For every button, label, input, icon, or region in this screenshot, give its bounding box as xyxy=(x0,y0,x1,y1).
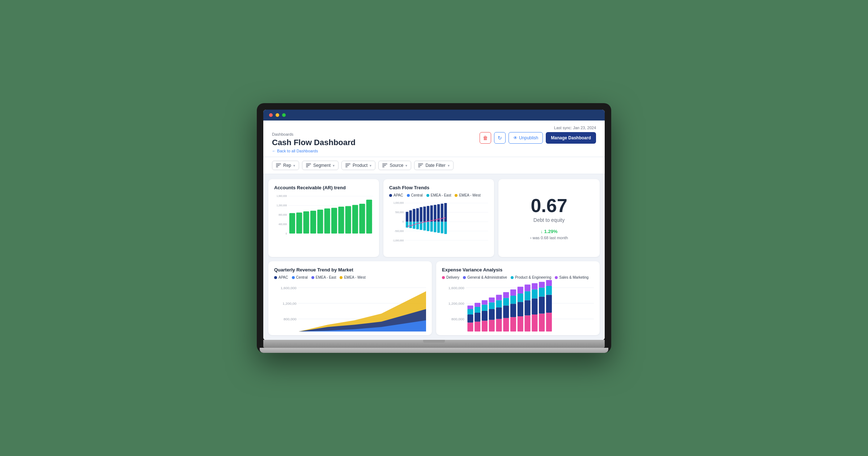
chevron-down-icon: ▾ xyxy=(293,164,295,168)
svg-rect-42 xyxy=(423,207,426,222)
filter-source-label: Source xyxy=(390,163,403,168)
svg-rect-116 xyxy=(546,295,552,313)
e-dot-ga xyxy=(463,276,466,279)
svg-text:0: 0 xyxy=(403,220,404,223)
svg-rect-79 xyxy=(482,321,488,332)
delete-button[interactable]: 🗑 xyxy=(480,132,491,144)
screen: Last sync: Jan 23, 2024 Dashboards Cash … xyxy=(263,110,605,340)
svg-rect-94 xyxy=(503,292,509,298)
dot-yellow[interactable] xyxy=(276,113,279,117)
dot-red[interactable] xyxy=(269,113,273,117)
svg-rect-76 xyxy=(475,313,480,322)
svg-rect-12 xyxy=(303,211,309,233)
svg-rect-55 xyxy=(444,222,447,234)
svg-rect-115 xyxy=(546,313,552,332)
manage-dashboard-button[interactable]: Manage Dashboard xyxy=(546,132,596,144)
e-label-pe: Product & Engineering xyxy=(515,275,551,279)
filter-date-label: Date Filter xyxy=(425,163,445,168)
svg-rect-78 xyxy=(475,303,480,307)
svg-rect-114 xyxy=(539,282,545,288)
legend-emea-east: EMEA - East xyxy=(426,193,451,197)
q-label-emea-east: EMEA - East xyxy=(316,275,336,279)
refresh-icon: ↻ xyxy=(498,135,502,141)
filter-product-label: Product xyxy=(353,163,367,168)
svg-rect-37 xyxy=(413,222,415,229)
ar-chart-title: Accounts Receivable (AR) trend xyxy=(274,185,373,190)
svg-rect-98 xyxy=(510,290,516,296)
q-dot-apac xyxy=(274,276,277,279)
svg-text:1,000,000: 1,000,000 xyxy=(393,202,404,204)
quarterly-legend: APAC Central EMEA - East xyxy=(274,275,426,279)
svg-rect-74 xyxy=(467,305,473,309)
titlebar xyxy=(263,110,605,121)
quarterly-chart: 1,600,000 1,200,00 800,000 xyxy=(274,282,426,329)
svg-rect-44 xyxy=(427,206,429,222)
unpublish-button[interactable]: 👁 Unpublish xyxy=(509,132,543,144)
filter-source[interactable]: Source ▾ xyxy=(378,161,411,170)
svg-rect-54 xyxy=(444,203,447,222)
q-dot-emea-west xyxy=(340,276,342,279)
filter-date[interactable]: Date Filter ▾ xyxy=(414,161,453,170)
dot-green[interactable] xyxy=(282,113,286,117)
svg-rect-20 xyxy=(359,204,365,233)
svg-rect-107 xyxy=(532,314,537,332)
filter-icon-3 xyxy=(345,164,350,167)
sync-row: Last sync: Jan 23, 2024 xyxy=(272,126,596,130)
svg-rect-83 xyxy=(489,320,495,332)
debt-equity-card: 0.67 Debt to equity ↓ 1.29% › was 0.68 l… xyxy=(498,179,600,257)
svg-rect-118 xyxy=(546,280,552,286)
ar-trend-card: Accounts Receivable (AR) trend 1,600,000… xyxy=(268,179,379,257)
expense-variance-card: Expense Variance Analysis Delivery Gener… xyxy=(436,261,600,335)
e-label-delivery: Delivery xyxy=(446,275,459,279)
svg-rect-13 xyxy=(310,211,316,233)
svg-rect-38 xyxy=(416,208,419,222)
svg-rect-77 xyxy=(475,307,480,313)
svg-text:1,200,00: 1,200,00 xyxy=(282,301,297,305)
svg-rect-81 xyxy=(482,305,488,311)
cashflow-chart: 1,000,000 500,000 0 -500,000 -1,000,000 xyxy=(389,200,488,248)
legend-label-emea-east: EMEA - East xyxy=(431,193,451,197)
ar-chart: 1,600,000 1,200,000 800,000 400,000 0 xyxy=(274,193,373,251)
breadcrumb: Dashboards xyxy=(272,132,356,136)
unpublish-label: Unpublish xyxy=(519,135,538,140)
expense-legend: Delivery General & Administrative Produc… xyxy=(442,275,594,279)
svg-text:800,000: 800,000 xyxy=(284,317,297,321)
svg-text:1,200,000: 1,200,000 xyxy=(277,204,287,207)
metric-change: ↓ 1.29% xyxy=(541,229,558,234)
laptop-foot xyxy=(260,348,608,353)
laptop-frame: Last sync: Jan 23, 2024 Dashboards Cash … xyxy=(257,103,611,353)
svg-text:1,600,000: 1,600,000 xyxy=(448,286,464,290)
legend-label-central: Central xyxy=(411,193,423,197)
svg-rect-43 xyxy=(423,222,426,231)
q-label-central: Central xyxy=(296,275,308,279)
filter-segment[interactable]: Segment ▾ xyxy=(302,161,339,170)
page-title: Cash Flow Dashboard xyxy=(272,138,356,147)
header-row: Dashboards Cash Flow Dashboard Back to a… xyxy=(272,132,596,153)
svg-rect-34 xyxy=(409,210,412,221)
dashboard-grid: Accounts Receivable (AR) trend 1,600,000… xyxy=(263,174,605,340)
svg-rect-80 xyxy=(482,311,488,321)
filter-rep[interactable]: Rep ▾ xyxy=(272,161,299,170)
svg-rect-40 xyxy=(420,207,422,221)
svg-rect-73 xyxy=(467,309,473,314)
back-link[interactable]: Back to all Dashboards xyxy=(272,149,356,153)
sync-text: Last sync: Jan 23, 2024 xyxy=(554,126,596,130)
refresh-button[interactable]: ↻ xyxy=(494,132,506,144)
svg-text:400,000: 400,000 xyxy=(278,223,287,225)
svg-rect-87 xyxy=(496,319,502,332)
svg-rect-108 xyxy=(532,298,537,314)
svg-rect-90 xyxy=(496,295,502,300)
svg-text:800,000: 800,000 xyxy=(451,317,464,321)
filter-segment-label: Segment xyxy=(313,163,331,168)
expense-chart: 1,600,000 1,200,000 800,000 xyxy=(442,282,594,329)
legend-dot-apac xyxy=(389,194,392,197)
filter-product[interactable]: Product ▾ xyxy=(341,161,375,170)
svg-rect-117 xyxy=(546,286,552,295)
expense-title: Expense Variance Analysis xyxy=(442,267,594,273)
svg-text:-1,000,000: -1,000,000 xyxy=(393,239,404,242)
quarterly-revenue-card: Quarterly Revenue Trend by Market APAC C… xyxy=(268,261,432,335)
svg-rect-89 xyxy=(496,300,502,307)
cashflow-legend: APAC Central EMEA - East EMEA - Wes xyxy=(389,193,488,197)
trash-icon: 🗑 xyxy=(483,135,488,141)
q-dot-emea-east xyxy=(311,276,314,279)
